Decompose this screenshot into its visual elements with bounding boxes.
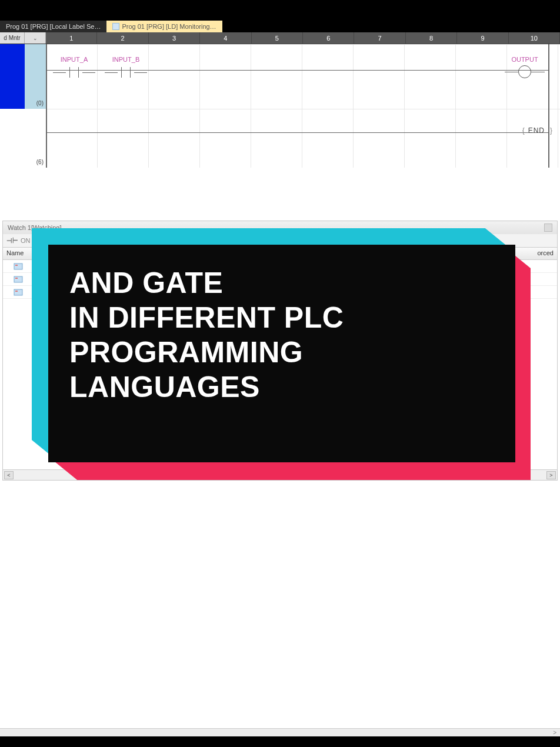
ruler-dropdown[interactable]: ⌄	[25, 32, 46, 44]
watch-row[interactable]	[3, 260, 557, 273]
watch-row[interactable]	[3, 286, 557, 299]
blank-area	[0, 168, 560, 221]
tab-active-label: Prog 01 [PRG] [LD] Monitoring…	[122, 23, 216, 30]
tab-strip: Prog 01 [PRG] [Local Label Se… Prog 01 […	[0, 21, 560, 32]
svg-rect-3	[15, 278, 18, 279]
rung-line-1	[46, 132, 548, 133]
col-7: 7	[354, 32, 405, 44]
column-ruler: d Mntr ⌄ 1 2 3 4 5 6 7 8 9 10	[0, 32, 560, 44]
watch-col-name[interactable]: Name	[3, 248, 36, 259]
coil-symbol-icon	[518, 65, 531, 78]
coil-output[interactable]: OUTPUT	[504, 56, 546, 78]
watch-title-bar: Watch 1[Watching]	[3, 221, 557, 234]
left-power-rail	[46, 44, 47, 168]
col-2: 2	[97, 32, 148, 44]
variable-icon	[14, 262, 23, 271]
bottom-black-bar	[0, 736, 560, 747]
ladder-gutter: (0) (6)	[0, 44, 46, 168]
scroll-left-icon[interactable]: <	[4, 471, 14, 479]
force-on-icon[interactable]: ⊣⊢	[6, 237, 18, 245]
svg-rect-2	[14, 276, 22, 282]
col-4: 4	[200, 32, 251, 44]
watch-rows	[3, 260, 557, 469]
watch-header-row: Name orced	[3, 247, 557, 260]
right-power-rail	[548, 44, 549, 168]
contact-input-b[interactable]: INPUT_B	[105, 56, 147, 85]
col-3: 3	[149, 32, 200, 44]
tab-inactive-label: Prog 01 [PRG] [Local Label Se…	[6, 23, 101, 30]
contact-input-a-label: INPUT_A	[53, 56, 95, 63]
on-label: ON	[21, 237, 31, 244]
variable-icon	[14, 275, 23, 284]
watch-hscrollbar[interactable]: < >	[3, 469, 557, 480]
contact-symbol-icon	[105, 65, 147, 79]
end-instruction: END	[528, 126, 545, 135]
col-5: 5	[252, 32, 303, 44]
gutter-row-0: (0)	[0, 44, 46, 109]
watch-row[interactable]	[3, 273, 557, 286]
svg-rect-0	[14, 264, 22, 269]
status-bar: >	[0, 728, 560, 736]
tab-active[interactable]: Prog 01 [PRG] [LD] Monitoring…	[106, 21, 222, 32]
watch-panel: Watch 1[Watching] ⊣⊢ ON Name orced < >	[2, 221, 558, 481]
coil-output-label: OUTPUT	[504, 56, 546, 63]
col-8: 8	[406, 32, 457, 44]
col-6: 6	[303, 32, 354, 44]
scroll-right-icon[interactable]: >	[546, 471, 556, 479]
tab-inactive[interactable]: Prog 01 [PRG] [Local Label Se…	[0, 21, 106, 32]
contact-input-a[interactable]: INPUT_A	[53, 56, 95, 85]
variable-icon	[14, 288, 23, 296]
watch-toolbar: ⊣⊢ ON	[3, 234, 557, 247]
chevron-down-icon: ⌄	[33, 35, 38, 41]
monitor-cell: d Mntr	[0, 32, 25, 44]
col-9: 9	[457, 32, 508, 44]
col-1: 1	[46, 32, 97, 44]
row-number-6: (6)	[25, 109, 46, 168]
document-icon	[112, 23, 119, 30]
svg-rect-5	[15, 291, 18, 292]
top-black-bar	[0, 0, 560, 21]
svg-rect-1	[15, 265, 18, 266]
watch-col-forced[interactable]: orced	[522, 248, 557, 259]
contact-input-b-label: INPUT_B	[105, 56, 147, 63]
contact-symbol-icon	[53, 65, 95, 79]
svg-rect-4	[14, 289, 22, 295]
row-number-0: (0)	[25, 44, 46, 109]
gutter-row-6: (6)	[0, 109, 46, 168]
close-icon[interactable]	[544, 224, 552, 232]
watch-title: Watch 1[Watching]	[8, 224, 62, 231]
chevron-right-icon: >	[553, 729, 556, 736]
col-10: 10	[509, 32, 560, 44]
ladder-grid[interactable]: INPUT_A INPUT_B OUTPUT END	[46, 44, 560, 168]
ladder-editor[interactable]: (0) (6) INPUT_A INPUT_B OUTPUT END	[0, 44, 560, 168]
gutter-selection[interactable]	[0, 44, 25, 109]
